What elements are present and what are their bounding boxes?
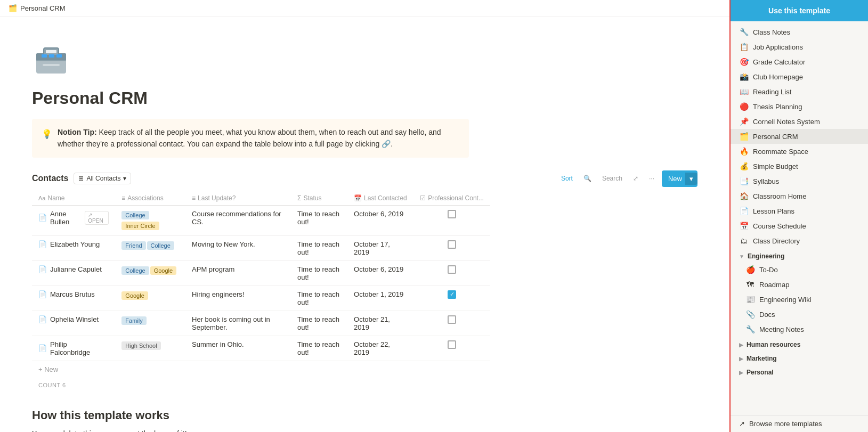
new-button[interactable]: New ▾ [662, 170, 697, 187]
sidebar-item-icon: 📸 [739, 72, 749, 81]
professional-cell[interactable] [413, 260, 490, 286]
sidebar-item-meeting-notes[interactable]: 🔧Meeting Notes [731, 322, 868, 337]
chevron-down-icon: ▾ [123, 175, 126, 182]
checkbox-unchecked[interactable] [448, 210, 456, 218]
sidebar-item-syllabus[interactable]: 📑Syllabus [731, 174, 868, 189]
sidebar-item-to-do[interactable]: 🍎To-Do [731, 262, 868, 277]
last-update-cell: APM program [185, 260, 291, 286]
tag-inner-circle: Inner Circle [121, 222, 159, 230]
last-contacted-cell: October 22, 2019 [347, 336, 413, 361]
sidebar-item-label: Club Homepage [753, 73, 803, 81]
view-selector[interactable]: ⊞ All Contacts ▾ [74, 173, 131, 184]
doc-icon: 📄 [38, 214, 47, 222]
use-template-button[interactable]: Use this template [731, 0, 868, 21]
sidebar-item-label: Course Schedule [753, 222, 806, 230]
contact-name: Marcus Brutus [50, 290, 95, 298]
checkbox-unchecked[interactable] [448, 315, 456, 324]
checkbox-checked[interactable]: ✓ [448, 290, 456, 299]
checkbox-icon: ☑ [420, 194, 426, 202]
last-contacted-cell: October 21, 2019 [347, 311, 413, 336]
sidebar-item-cornell-notes-system[interactable]: 📌Cornell Notes System [731, 114, 868, 129]
name-cell[interactable]: 📄Philip Falconbridge [32, 336, 115, 361]
sidebar-item-label: Grade Calculator [753, 58, 805, 66]
open-badge[interactable]: ↗ OPEN [85, 211, 109, 225]
add-row-button[interactable]: + New [32, 361, 697, 378]
contacts-actions: Sort 🔍 Search ⤢ ··· New ▾ [558, 170, 697, 187]
sidebar-item-club-homepage[interactable]: 📸Club Homepage [731, 69, 868, 84]
sort-button[interactable]: Sort [558, 174, 576, 183]
sidebar-item-icon: 🔧 [739, 27, 749, 37]
name-cell[interactable]: 📄Elizabeth Young [32, 235, 115, 260]
tag-google: Google [150, 266, 176, 275]
professional-cell[interactable] [413, 205, 490, 235]
tip-box: 💡 Notion Tip: Keep track of all the peop… [32, 119, 469, 158]
sidebar-item-personal-crm[interactable]: 🗂️Personal CRM [731, 129, 868, 144]
name-cell[interactable]: 📄Anne Bullen↗ OPEN [32, 205, 115, 235]
sidebar-item-docs[interactable]: 📎Docs [731, 307, 868, 322]
sidebar-section-marketing[interactable]: ▶Marketing [731, 351, 868, 364]
sidebar-item-job-applications[interactable]: 📋Job Applications [731, 39, 868, 54]
sidebar-item-icon: 📎 [745, 309, 755, 319]
sidebar-item-course-schedule[interactable]: 📅Course Schedule [731, 218, 868, 233]
sidebar-item-engineering-wiki[interactable]: 📰Engineering Wiki [731, 292, 868, 307]
name-cell[interactable]: 📄Marcus Brutus [32, 286, 115, 311]
expand-icon[interactable]: ⤢ [630, 174, 642, 183]
status-text: Time to reach out! [297, 210, 339, 226]
more-options-icon[interactable]: ··· [646, 174, 658, 183]
date-text: October 21, 2019 [354, 315, 390, 331]
status-cell: Time to reach out! [291, 336, 347, 361]
sidebar-section-personal[interactable]: ▶Personal [731, 364, 868, 378]
sidebar-item-class-notes[interactable]: 🔧Class Notes [731, 25, 868, 39]
sidebar-item-icon: 📌 [739, 117, 749, 126]
search-icon[interactable]: 🔍 [580, 174, 595, 183]
professional-cell[interactable] [413, 235, 490, 260]
table-row: 📄Ophelia WinsletFamilyHer book is coming… [32, 311, 490, 336]
search-button[interactable]: Search [599, 174, 626, 183]
sidebar-item-label: Lesson Plans [753, 207, 794, 215]
name-cell[interactable]: 📄Julianne Capulet [32, 260, 115, 286]
doc-icon: 📄 [38, 265, 47, 273]
sidebar-item-label: Simple Budget [753, 162, 798, 170]
browse-more-button[interactable]: ↗ Browse more templates [731, 415, 868, 432]
sidebar-item-label: Cornell Notes System [753, 118, 820, 126]
sidebar-section-engineering[interactable]: ▼Engineering [731, 248, 868, 262]
view-label: All Contacts [86, 175, 120, 182]
sidebar-item-label: Roadmap [759, 281, 789, 289]
sidebar-item-label: Reading List [753, 88, 791, 96]
sidebar-item-icon: 📑 [739, 176, 749, 186]
status-text: Time to reach out! [297, 290, 339, 306]
professional-cell[interactable] [413, 336, 490, 361]
sidebar-item-label: Classroom Home [753, 192, 806, 200]
sidebar-item-roommate-space[interactable]: 🔥Roommate Space [731, 144, 868, 159]
professional-cell[interactable] [413, 311, 490, 336]
tag-college: College [147, 241, 174, 250]
how-section: How this template works You can delete t… [32, 409, 469, 432]
contacts-title: Contacts [32, 174, 68, 183]
name-cell[interactable]: 📄Ophelia Winslet [32, 311, 115, 336]
tag-friend: Friend [121, 241, 145, 250]
sidebar-item-lesson-plans[interactable]: 📄Lesson Plans [731, 203, 868, 218]
checkbox-unchecked[interactable] [448, 265, 456, 274]
tags-cell: CollegeInner Circle [115, 205, 185, 235]
col-last-update: ≡ Last Update? [185, 191, 291, 206]
workspace-name: Personal CRM [20, 4, 66, 12]
sidebar-item-simple-budget[interactable]: 💰Simple Budget [731, 159, 868, 174]
date-text: October 22, 2019 [354, 340, 390, 356]
list2-icon: ≡ [192, 194, 196, 202]
sidebar-item-label: Thesis Planning [753, 103, 802, 111]
svg-rect-6 [42, 54, 47, 58]
checkbox-unchecked[interactable] [448, 340, 456, 349]
sidebar-item-reading-list[interactable]: 📖Reading List [731, 84, 868, 99]
new-dropdown-arrow[interactable]: ▾ [685, 173, 697, 185]
professional-cell[interactable]: ✓ [413, 286, 490, 311]
sidebar-item-label: Docs [759, 311, 775, 319]
sidebar-item-class-directory[interactable]: 🗂Class Directory [731, 233, 868, 248]
sidebar-item-thesis-planning[interactable]: 🔴Thesis Planning [731, 99, 868, 114]
section-arrow: ▶ [739, 342, 743, 348]
last-update-text: Moving to New York. [192, 240, 255, 248]
sidebar-item-classroom-home[interactable]: 🏠Classroom Home [731, 189, 868, 203]
sidebar-item-roadmap[interactable]: 🗺Roadmap [731, 277, 868, 292]
sidebar-item-grade-calculator[interactable]: 🎯Grade Calculator [731, 54, 868, 69]
checkbox-unchecked[interactable] [448, 240, 456, 249]
sidebar-section-human-resources[interactable]: ▶Human resources [731, 337, 868, 351]
